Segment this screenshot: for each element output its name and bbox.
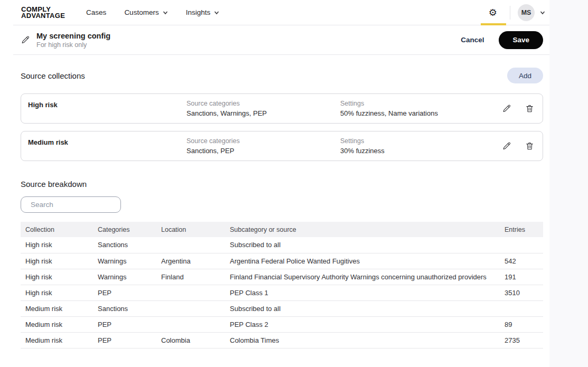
column-header: Subcategory or source [230, 222, 505, 237]
categories-value: Sanctions, PEP [186, 147, 340, 155]
chevron-down-icon [214, 10, 219, 15]
collection-settings: Settings 50% fuzziness, Name variations [340, 100, 502, 117]
active-tab-underline [481, 23, 506, 25]
trash-icon [525, 142, 534, 150]
table-cell: Colombia [161, 332, 230, 348]
table-cell: 542 [505, 253, 543, 269]
save-button[interactable]: Save [499, 31, 543, 49]
categories-label: Source categories [186, 137, 340, 145]
chevron-down-icon [540, 10, 545, 15]
table-cell: Colombia Times [230, 332, 505, 348]
comply-advantage-logo[interactable]: COMPLY ADVANTAGE [21, 6, 65, 19]
pencil-icon [21, 35, 30, 44]
nav-item-label: Customers [124, 8, 158, 16]
table-cell: Sanctions [98, 300, 161, 316]
table-cell [505, 300, 543, 316]
chevron-down-icon [163, 10, 168, 15]
edit-collection-button[interactable] [502, 104, 511, 113]
table-row: Medium riskPEPColombiaColombia Times2735 [21, 332, 543, 348]
table-cell: PEP Class 2 [230, 316, 505, 332]
edit-title-button[interactable] [21, 35, 30, 44]
column-header: Location [161, 222, 230, 237]
collection-name: Medium risk [28, 138, 186, 146]
column-header: Entries [505, 222, 543, 237]
table-cell: 2735 [505, 332, 543, 348]
source-breakdown-title: Source breakdown [21, 180, 543, 189]
source-table-body: High riskSanctionsSubscribed to allHigh … [21, 237, 543, 348]
edit-collection-button[interactable] [502, 142, 511, 150]
app-window: COMPLY ADVANTAGE Cases Customers Insight… [0, 0, 549, 367]
table-cell: PEP [98, 332, 161, 348]
table-cell: 3510 [505, 285, 543, 300]
trash-icon [525, 104, 534, 113]
settings-value: 30% fuzziness [340, 147, 502, 155]
collection-settings: Settings 30% fuzziness [340, 137, 502, 155]
table-cell: Sanctions [98, 237, 161, 253]
table-cell [505, 237, 543, 253]
table-cell: PEP Class 1 [230, 285, 505, 300]
page-subtitle: For high risk only [36, 41, 110, 49]
user-menu[interactable]: MS [518, 4, 549, 21]
delete-collection-button[interactable] [525, 142, 534, 150]
nav-divider [510, 6, 510, 20]
collection-categories: Source categories Sanctions, PEP [186, 137, 340, 155]
table-cell [161, 285, 230, 300]
pencil-icon [502, 142, 511, 150]
search-input[interactable] [31, 201, 124, 209]
delete-collection-button[interactable] [525, 104, 534, 113]
table-cell: Finland [161, 269, 230, 285]
table-row: Medium riskSanctionsSubscribed to all [21, 300, 543, 316]
collection-card-high-risk: High risk Source categories Sanctions, W… [21, 93, 543, 124]
column-header: Categories [98, 222, 161, 237]
table-cell [161, 237, 230, 253]
nav-item-cases[interactable]: Cases [86, 8, 106, 16]
categories-label: Source categories [186, 100, 340, 107]
collection-categories: Source categories Sanctions, Warnings, P… [186, 100, 340, 117]
collection-name: High risk [28, 101, 186, 109]
main-content: Source collections Add High risk Source … [0, 55, 549, 349]
cancel-button[interactable]: Cancel [461, 36, 484, 44]
table-cell: Warnings [98, 269, 161, 285]
table-cell: Medium risk [21, 300, 98, 316]
table-row: Medium riskPEPPEP Class 289 [21, 316, 543, 332]
avatar: MS [518, 4, 535, 21]
table-cell: Medium risk [21, 332, 98, 348]
categories-value: Sanctions, Warnings, PEP [186, 109, 340, 117]
collection-cards: High risk Source categories Sanctions, W… [21, 93, 543, 161]
pencil-icon [502, 104, 511, 113]
logo-line-2: ADVANTAGE [21, 13, 65, 19]
source-breakdown-table: CollectionCategoriesLocationSubcategory … [21, 222, 543, 349]
table-cell: High risk [21, 269, 98, 285]
table-row: High riskPEPPEP Class 13510 [21, 285, 543, 300]
table-cell: Argentina Federal Police Wanted Fugitive… [230, 253, 505, 269]
table-cell: 89 [505, 316, 543, 332]
table-cell: Medium risk [21, 316, 98, 332]
table-header-row: CollectionCategoriesLocationSubcategory … [21, 222, 543, 237]
settings-label: Settings [340, 137, 502, 145]
table-cell: High risk [21, 253, 98, 269]
page-title: My screening config [36, 32, 110, 40]
source-collections-title: Source collections [21, 71, 85, 80]
table-cell [161, 316, 230, 332]
table-row: High riskWarningsFinlandFinland Financia… [21, 269, 543, 285]
nav-item-customers[interactable]: Customers [124, 8, 167, 16]
table-cell: PEP [98, 285, 161, 300]
table-cell: Argentina [161, 253, 230, 269]
nav-item-insights[interactable]: Insights [186, 8, 220, 16]
title-stack: My screening config For high risk only [36, 32, 110, 49]
table-cell: Subscribed to all [230, 300, 505, 316]
search-box[interactable] [21, 196, 121, 213]
table-cell: Finland Financial Supervisory Authority … [230, 269, 505, 285]
add-collection-button[interactable]: Add [507, 68, 543, 83]
top-navigation: COMPLY ADVANTAGE Cases Customers Insight… [13, 0, 549, 25]
table-cell: High risk [21, 237, 98, 253]
nav-links: Cases Customers Insights [86, 8, 219, 16]
table-row: High riskSanctionsSubscribed to all [21, 237, 543, 253]
nav-right: ⚙ MS [479, 0, 549, 25]
card-actions [502, 104, 534, 113]
table-cell: High risk [21, 285, 98, 300]
settings-gear-button[interactable]: ⚙ [479, 0, 507, 25]
table-cell: PEP [98, 316, 161, 332]
nav-item-label: Cases [86, 8, 106, 16]
card-actions [502, 142, 534, 150]
